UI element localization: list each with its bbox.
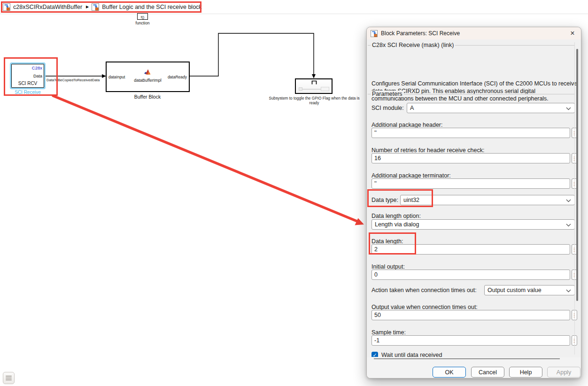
buffer-block[interactable]: dataInput dataReady dataBufferImpl bbox=[106, 62, 190, 92]
buffer-impl-label: dataBufferImpl bbox=[107, 78, 189, 83]
data-type-select[interactable]: uint32 bbox=[400, 195, 575, 205]
dialog-title: Block Parameters: SCI Receive bbox=[381, 30, 460, 37]
sci-receive-caption: SCI Receive bbox=[4, 90, 51, 95]
annotation-arrow bbox=[53, 96, 364, 225]
data-length-input[interactable] bbox=[371, 244, 570, 255]
chevron-down-icon bbox=[566, 224, 571, 227]
function-glyph: f() bbox=[141, 15, 145, 19]
retries-label: Number of retries for header receive che… bbox=[371, 147, 484, 154]
chevron-down-icon bbox=[566, 107, 571, 110]
checkbox-checked-icon[interactable]: ✓ bbox=[371, 352, 378, 357]
wait-until-data-received-label: Wait until data received bbox=[381, 352, 442, 357]
footer-separator bbox=[374, 358, 560, 359]
vertical-scrollbar-thumb[interactable] bbox=[576, 49, 578, 301]
scroll-gutter-line bbox=[574, 42, 575, 355]
breadcrumb-item-model[interactable]: c28xSCIRxDataWithBuffer bbox=[3, 3, 82, 11]
timeout-output-label: Output value when connection times out: bbox=[371, 304, 478, 310]
function-block-caption: function bbox=[128, 21, 157, 25]
breadcrumb-separator-icon: ▶ bbox=[86, 5, 89, 9]
sci-module-value: A bbox=[410, 105, 414, 111]
wait-until-data-received-row: ✓ Wait until data received bbox=[371, 352, 569, 357]
sci-receive-block[interactable]: C28x Data SCI RCV bbox=[11, 64, 44, 88]
initial-output-input[interactable] bbox=[371, 270, 570, 280]
breadcrumb: c28xSCIRxDataWithBuffer ▶ Buffer Logic a… bbox=[0, 0, 588, 14]
simulink-block-icon bbox=[371, 30, 378, 37]
timeout-action-select[interactable]: Output custom value bbox=[484, 285, 575, 295]
breadcrumb-item-subsystem[interactable]: Buffer Logic and the SCI receive block bbox=[92, 3, 201, 11]
timeout-output-input[interactable] bbox=[371, 310, 570, 320]
pulse-icon bbox=[311, 80, 317, 85]
mask-group-title: C28x SCI Receive (mask) (link) bbox=[371, 42, 455, 48]
data-length-label: Data length: bbox=[371, 238, 403, 245]
close-icon[interactable]: × bbox=[567, 28, 578, 39]
package-terminator-input[interactable] bbox=[371, 178, 570, 189]
sci-block-name: SCI RCV bbox=[12, 81, 44, 86]
dialog-title-bar[interactable]: Block Parameters: SCI Receive × bbox=[367, 27, 581, 39]
timeout-action-value: Output custom value bbox=[487, 287, 542, 293]
retries-input[interactable] bbox=[371, 153, 570, 163]
block-parameters-dialog: Block Parameters: SCI Receive × C28x SCI… bbox=[366, 27, 581, 378]
sample-time-input[interactable] bbox=[371, 335, 570, 346]
sci-c28x-tag: C28x bbox=[32, 65, 42, 70]
data-type-value: uint32 bbox=[403, 197, 419, 203]
data-length-option-label: Data length option: bbox=[371, 213, 421, 219]
sci-module-label: SCI module: bbox=[371, 105, 404, 111]
ok-button[interactable]: OK bbox=[433, 367, 466, 378]
parameters-group-title: Parameters bbox=[371, 91, 404, 97]
timeout-action-label: Action taken when connection times out: bbox=[371, 287, 477, 293]
chevron-down-icon bbox=[566, 289, 571, 293]
subsystem-slider-handle bbox=[299, 87, 302, 91]
gpio-toggle-subsystem-block[interactable] bbox=[295, 78, 333, 94]
sample-time-label: Sample time: bbox=[371, 329, 406, 336]
package-header-input[interactable] bbox=[371, 128, 570, 138]
cancel-button[interactable]: Cancel bbox=[471, 367, 504, 378]
initial-output-label: Initial output: bbox=[371, 263, 405, 270]
signal-name-label[interactable]: DataToBeCopiedToReceivedData bbox=[46, 78, 100, 82]
package-header-label: Additional package header: bbox=[371, 122, 443, 128]
chevron-down-icon bbox=[566, 199, 571, 202]
hide-explorer-bar-button[interactable] bbox=[3, 372, 15, 384]
sci-out-port-label: Data bbox=[33, 74, 42, 78]
matlab-logo-icon bbox=[144, 69, 152, 75]
breadcrumb-label: c28xSCIRxDataWithBuffer bbox=[13, 4, 82, 10]
help-button[interactable]: Help bbox=[509, 367, 542, 378]
subsystem-slider-box bbox=[321, 87, 329, 91]
sci-module-select[interactable]: A bbox=[407, 103, 575, 113]
function-block[interactable]: f() bbox=[137, 13, 148, 20]
data-length-option-value: Length via dialog bbox=[375, 221, 419, 228]
apply-button[interactable]: Apply bbox=[547, 367, 580, 378]
package-terminator-label: Additional package terminator: bbox=[371, 172, 451, 179]
simulink-subsystem-icon bbox=[92, 3, 99, 11]
data-type-label: Data type: bbox=[371, 197, 398, 203]
breadcrumb-label: Buffer Logic and the SCI receive block bbox=[102, 4, 201, 10]
buffer-block-caption: Buffer Block bbox=[119, 94, 176, 100]
subsystem-caption: Subsystem to toggle the GPIO Flag when t… bbox=[264, 96, 364, 105]
data-length-option-select[interactable]: Length via dialog bbox=[371, 219, 575, 230]
simulink-model-icon bbox=[3, 3, 10, 11]
